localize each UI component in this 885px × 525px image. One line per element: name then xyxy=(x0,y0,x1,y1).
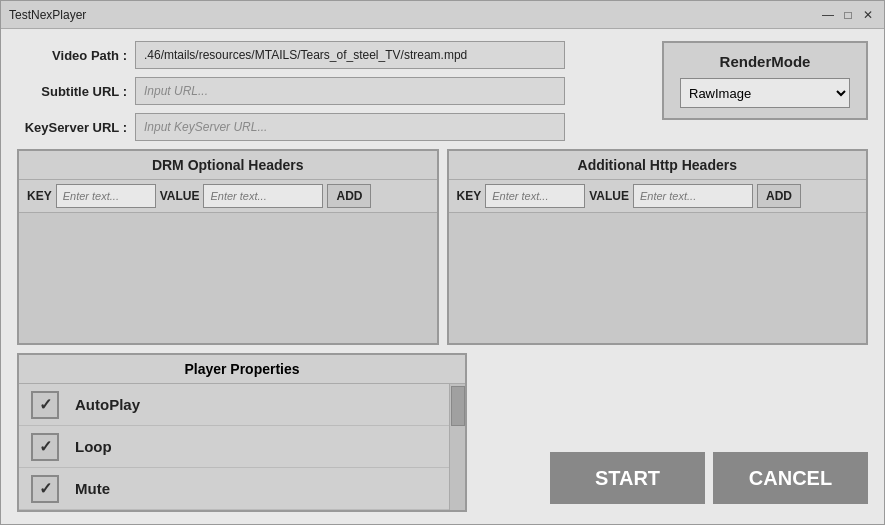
drm-panel-content xyxy=(19,213,437,343)
scrollbar[interactable] xyxy=(449,384,465,510)
form-fields: Video Path : Subtitle URL : KeyServer UR… xyxy=(17,41,650,141)
action-area: START CANCEL xyxy=(475,353,868,512)
autoplay-label: AutoPlay xyxy=(75,396,140,413)
video-path-input[interactable] xyxy=(135,41,565,69)
drm-panel: DRM Optional Headers KEY VALUE ADD xyxy=(17,149,439,345)
loop-checkbox[interactable]: ✓ xyxy=(31,433,59,461)
player-props-list: ✓ AutoPlay ✓ Loop ✓ Mute xyxy=(19,384,465,510)
panels-row: DRM Optional Headers KEY VALUE ADD Addit… xyxy=(17,149,868,345)
drm-value-input[interactable] xyxy=(203,184,323,208)
render-mode-select[interactable]: RawImage VideoTexture Auto xyxy=(680,78,850,108)
keyserver-url-input[interactable] xyxy=(135,113,565,141)
autoplay-checkmark: ✓ xyxy=(39,395,52,414)
drm-key-input[interactable] xyxy=(56,184,156,208)
close-button[interactable]: ✕ xyxy=(860,7,876,23)
http-panel-title: Additional Http Headers xyxy=(449,151,867,180)
http-key-input[interactable] xyxy=(485,184,585,208)
drm-add-button[interactable]: ADD xyxy=(327,184,371,208)
http-key-label: KEY xyxy=(457,189,482,203)
player-props-title: Player Properties xyxy=(19,355,465,384)
drm-panel-headers: KEY VALUE ADD xyxy=(19,180,437,213)
action-buttons: START CANCEL xyxy=(475,444,868,512)
subtitle-url-row: Subtitle URL : xyxy=(17,77,650,105)
http-panel-content xyxy=(449,213,867,343)
cancel-button[interactable]: CANCEL xyxy=(713,452,868,504)
scrollbar-thumb[interactable] xyxy=(451,386,465,426)
http-panel-headers: KEY VALUE ADD xyxy=(449,180,867,213)
http-panel: Additional Http Headers KEY VALUE ADD xyxy=(447,149,869,345)
maximize-button[interactable]: □ xyxy=(840,7,856,23)
drm-panel-title: DRM Optional Headers xyxy=(19,151,437,180)
mute-checkmark: ✓ xyxy=(39,479,52,498)
top-section: Video Path : Subtitle URL : KeyServer UR… xyxy=(17,41,868,141)
bottom-section: Player Properties ✓ AutoPlay ✓ Loop xyxy=(17,353,868,512)
loop-label: Loop xyxy=(75,438,112,455)
mute-checkbox[interactable]: ✓ xyxy=(31,475,59,503)
list-item: ✓ Loop xyxy=(19,426,465,468)
autoplay-checkbox[interactable]: ✓ xyxy=(31,391,59,419)
start-button[interactable]: START xyxy=(550,452,705,504)
mute-label: Mute xyxy=(75,480,110,497)
subtitle-url-input[interactable] xyxy=(135,77,565,105)
content-area: Video Path : Subtitle URL : KeyServer UR… xyxy=(1,29,884,524)
render-mode-label: RenderMode xyxy=(720,53,811,70)
title-bar: TestNexPlayer — □ ✕ xyxy=(1,1,884,29)
video-path-label: Video Path : xyxy=(17,48,127,63)
window-title: TestNexPlayer xyxy=(9,8,820,22)
window-controls: — □ ✕ xyxy=(820,7,876,23)
list-item: ✓ Mute xyxy=(19,468,465,510)
loop-checkmark: ✓ xyxy=(39,437,52,456)
drm-key-label: KEY xyxy=(27,189,52,203)
list-item: ✓ AutoPlay xyxy=(19,384,465,426)
video-path-row: Video Path : xyxy=(17,41,650,69)
keyserver-url-row: KeyServer URL : xyxy=(17,113,650,141)
main-window: TestNexPlayer — □ ✕ Video Path : Subtitl… xyxy=(0,0,885,525)
minimize-button[interactable]: — xyxy=(820,7,836,23)
render-mode-section: RenderMode RawImage VideoTexture Auto xyxy=(662,41,868,120)
http-add-button[interactable]: ADD xyxy=(757,184,801,208)
drm-value-label: VALUE xyxy=(160,189,200,203)
player-properties-panel: Player Properties ✓ AutoPlay ✓ Loop xyxy=(17,353,467,512)
keyserver-url-label: KeyServer URL : xyxy=(17,120,127,135)
subtitle-url-label: Subtitle URL : xyxy=(17,84,127,99)
http-value-label: VALUE xyxy=(589,189,629,203)
http-value-input[interactable] xyxy=(633,184,753,208)
